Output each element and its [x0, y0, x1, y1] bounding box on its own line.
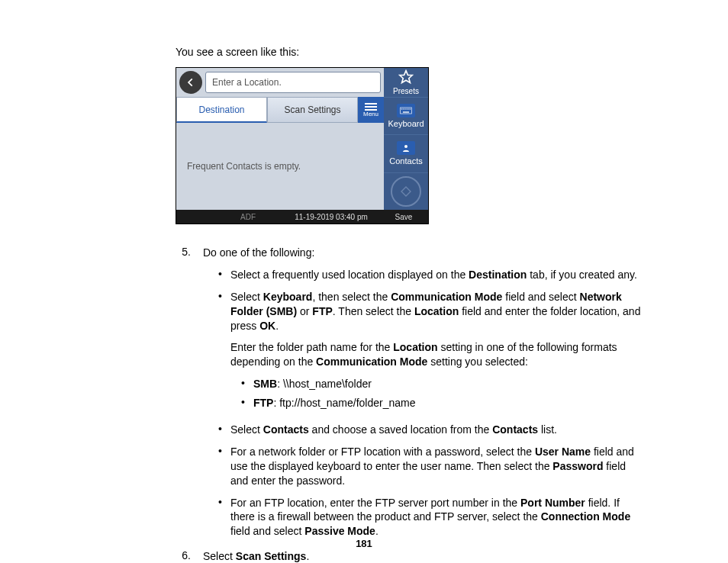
bullet-5: For an FTP location, enter the FTP serve… — [230, 496, 644, 539]
tab-destination[interactable]: Destination — [176, 97, 267, 123]
sub-bullet-ftp: FTP: ftp://host_name/folder_name — [253, 396, 415, 410]
bullet-1: Select a frequently used location displa… — [230, 268, 644, 282]
svg-point-8 — [404, 145, 407, 148]
presets-label: Presets — [393, 87, 419, 95]
contacts-label: Contacts — [389, 156, 422, 166]
step-number-6: 6. — [176, 549, 191, 563]
step-number-5: 5. — [176, 246, 191, 546]
svg-marker-0 — [400, 71, 413, 83]
svg-rect-5 — [407, 108, 408, 109]
svg-rect-2 — [401, 108, 402, 109]
svg-rect-6 — [410, 108, 411, 109]
save-area — [384, 172, 428, 210]
adf-indicator: ADF — [240, 213, 256, 221]
location-input[interactable]: Enter a Location. — [205, 72, 381, 93]
bullet-icon: • — [218, 445, 223, 488]
tab-scan-settings[interactable]: Scan Settings — [267, 97, 358, 123]
star-icon — [398, 69, 414, 87]
page-number: 181 — [0, 538, 728, 549]
step-6-body: Select Scan Settings. — [203, 549, 644, 563]
bullet-icon: • — [241, 396, 246, 410]
menu-label: Menu — [363, 111, 378, 117]
bullet-icon: • — [218, 496, 223, 539]
presets-button[interactable]: Presets — [384, 68, 428, 97]
contacts-button[interactable]: Contacts — [384, 134, 428, 172]
device-screenshot: Enter a Location. Presets Destination Sc… — [176, 67, 429, 224]
bullet-icon: • — [218, 423, 223, 437]
bullet-icon: • — [218, 290, 223, 415]
keyboard-label: Keyboard — [388, 119, 424, 128]
svg-rect-4 — [405, 108, 406, 109]
instruction-list: 5. Do one of the following: • Select a f… — [176, 246, 644, 563]
step-5-lead: Do one of the following: — [203, 246, 644, 260]
contacts-icon — [397, 141, 415, 155]
bullet-3: Select Contacts and choose a saved locat… — [230, 423, 644, 437]
back-button[interactable] — [179, 71, 202, 94]
datetime-label: 11-19-2019 03:40 pm — [256, 213, 382, 221]
bullet-icon: • — [218, 268, 223, 282]
keyboard-icon — [397, 104, 415, 117]
hamburger-icon — [365, 103, 377, 111]
start-button[interactable] — [391, 176, 421, 207]
bullet-icon: • — [241, 377, 246, 391]
menu-button[interactable]: Menu — [358, 97, 384, 123]
intro-text: You see a screen like this: — [176, 46, 644, 58]
bullet-4: For a network folder or FTP location wit… — [230, 445, 644, 488]
keyboard-button[interactable]: Keyboard — [384, 97, 428, 134]
empty-contacts-message: Frequent Contacts is empty. — [176, 123, 384, 210]
svg-rect-3 — [404, 108, 404, 109]
svg-rect-7 — [403, 111, 409, 112]
bullet-2: Select Keyboard, then select the Communi… — [230, 290, 644, 415]
svg-marker-9 — [401, 187, 411, 196]
svg-rect-1 — [401, 108, 412, 114]
save-label: Save — [382, 213, 425, 221]
sub-bullet-smb: SMB: \\host_name\folder — [253, 377, 372, 391]
